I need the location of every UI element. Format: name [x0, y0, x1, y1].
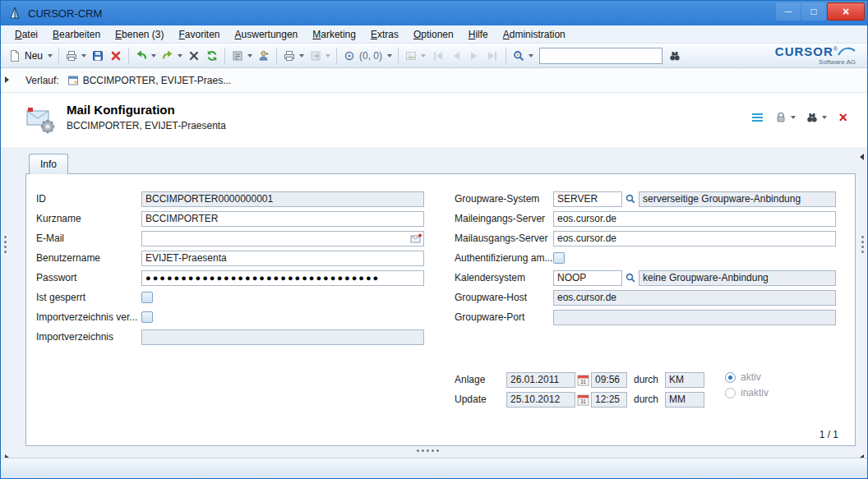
anlage-time-field: 09:56 [591, 372, 627, 388]
menu-marketing[interactable]: Marketing [305, 26, 363, 43]
nav-last-button[interactable] [486, 50, 499, 62]
chevron-down-icon [822, 116, 827, 119]
window-controls: ─ □ × [776, 2, 865, 21]
maileingangs-server-field[interactable]: eos.cursor.de [553, 211, 836, 227]
benutzername-field[interactable]: EVIJET-Praesenta [141, 251, 424, 266]
radio-inaktiv-row: inaktiv [725, 387, 769, 398]
menu-extras[interactable]: Extras [363, 26, 406, 43]
menu-favoriten[interactable]: Favoriten [171, 26, 227, 43]
nav-next-button[interactable] [469, 50, 479, 62]
delete-button[interactable] [107, 48, 125, 64]
history-entry-label: BCCIMPORTER, EVIJET-Praes... [83, 75, 231, 86]
logo-swoosh-icon [838, 45, 856, 57]
form-row-importverzeichnis: Importverzeichnis [36, 327, 424, 347]
left-splitter-handle[interactable] [4, 236, 7, 253]
passwort-field[interactable]: ●●●●●●●●●●●●●●●●●●●●●●●●●●●●●●●●● [141, 270, 424, 286]
assign-user-button[interactable] [255, 48, 273, 64]
forward-button[interactable] [159, 48, 185, 64]
position-label: (0, 0) [358, 50, 384, 62]
chevron-down-icon [81, 54, 86, 58]
search-record-button[interactable] [806, 111, 827, 124]
menu-auswertungen[interactable]: Auswertungen [228, 26, 306, 43]
ist-gesperrt-checkbox[interactable] [141, 292, 153, 303]
importverzeichnis-ver-label: Importverzeichnis ver... [36, 311, 141, 323]
minimize-button[interactable]: ─ [776, 2, 801, 21]
groupware-system-lookup-icon[interactable] [625, 193, 636, 205]
radio-inaktiv[interactable] [725, 388, 736, 398]
attachment-button[interactable] [402, 48, 428, 64]
first-record-icon [436, 52, 442, 60]
first-record-icon [434, 52, 436, 60]
calendar-icon[interactable]: 31 [577, 374, 589, 386]
menu-list-icon[interactable] [750, 112, 764, 123]
kalendersystem-lookup-icon[interactable] [625, 272, 636, 283]
position-indicator[interactable]: (0, 0) [340, 48, 395, 64]
menu-ebenen[interactable]: Ebenen (3) [108, 26, 171, 43]
mailausgangs-server-field[interactable]: eos.cursor.de [553, 231, 836, 246]
lock-button[interactable] [774, 111, 796, 124]
bottom-splitter-handle[interactable] [417, 449, 439, 452]
update-row: Update 25.10.2012 31 12:25 durch MM [455, 389, 734, 409]
collapse-left-arrow-icon[interactable] [5, 76, 9, 83]
update-date-field: 25.10.2012 [506, 392, 575, 408]
maximize-button[interactable]: □ [801, 2, 826, 21]
benutzername-label: Benutzername [36, 252, 141, 264]
history-bar: Verlauf: BCCIMPORTER, EVIJET-Praes... [1, 68, 867, 93]
close-button[interactable]: × [827, 2, 865, 21]
ist-gesperrt-label: Ist gesperrt [36, 292, 141, 303]
tab-info[interactable]: Info [29, 154, 68, 174]
close-record-button[interactable]: × [837, 112, 849, 123]
printer-icon [65, 49, 78, 62]
chevron-down-icon [299, 54, 304, 58]
groupware-port-field [553, 310, 836, 325]
menu-optionen[interactable]: Optionen [406, 26, 461, 43]
audit-section: Anlage 26.01.2011 31 09:56 durch KM Upda [455, 370, 734, 409]
back-button[interactable] [132, 48, 159, 64]
groupware-system-label: Groupware-System [455, 193, 553, 205]
kalendersystem-desc-field: keine Groupware-Anbindung [639, 270, 836, 286]
kalendersystem-code-field[interactable]: NOOP [553, 270, 622, 286]
calendar-icon[interactable]: 31 [577, 394, 589, 406]
groupware-system-code-field[interactable]: SERVER [553, 191, 622, 207]
quick-search-button[interactable] [510, 48, 536, 64]
find-button[interactable] [666, 48, 684, 64]
task-button[interactable] [229, 48, 255, 64]
nav-previous-button[interactable] [451, 50, 462, 62]
email-picker-icon[interactable] [410, 233, 422, 246]
form-row-maileingangs-server: Maileingangs-Server eos.cursor.de [455, 209, 836, 228]
chevron-down-icon [247, 54, 252, 58]
export-icon [309, 49, 322, 62]
nav-first-button[interactable] [432, 50, 445, 62]
email-field[interactable] [141, 231, 424, 246]
importverzeichnis-ver-checkbox[interactable] [141, 311, 153, 323]
anlage-row: Anlage 26.01.2011 31 09:56 durch KM [455, 370, 734, 389]
history-entry[interactable]: BCCIMPORTER, EVIJET-Praes... [67, 75, 231, 86]
binoculars-icon [806, 111, 819, 124]
anlage-durch-label: durch [634, 374, 658, 385]
title-bar[interactable]: CURSOR-CRM ─ □ × [1, 1, 867, 25]
form-row-id: ID BCCIMPORTER0000000001 [36, 189, 424, 209]
print-button[interactable] [62, 48, 89, 64]
kurzname-field[interactable]: BCCIMPORTER [141, 211, 424, 227]
menu-hilfe[interactable]: Hilfe [461, 26, 496, 43]
toolbar-search-input[interactable] [539, 48, 663, 64]
export-button[interactable] [307, 48, 333, 64]
print-report-button[interactable] [280, 48, 307, 64]
chevron-down-icon [791, 116, 796, 119]
app-icon [7, 6, 22, 21]
authentifizierung-checkbox[interactable] [553, 252, 565, 264]
svg-text:31: 31 [580, 379, 587, 385]
menu-bearbeiten[interactable]: Bearbeiten [45, 26, 108, 43]
cancel-button[interactable] [185, 48, 203, 64]
form-row-kurzname: Kurzname BCCIMPORTER [36, 209, 424, 228]
save-button[interactable] [89, 48, 107, 64]
form-row-passwort: Passwort ●●●●●●●●●●●●●●●●●●●●●●●●●●●●●●●… [36, 268, 424, 288]
new-button[interactable]: Neu [6, 48, 55, 64]
record-navigation [432, 50, 499, 62]
radio-aktiv[interactable] [725, 372, 736, 383]
collapse-right-top-arrow-icon[interactable] [860, 154, 864, 160]
menu-datei[interactable]: Datei [7, 26, 45, 43]
right-splitter-handle[interactable] [861, 236, 864, 253]
menu-administration[interactable]: Administration [496, 26, 573, 43]
refresh-button[interactable] [203, 48, 221, 64]
